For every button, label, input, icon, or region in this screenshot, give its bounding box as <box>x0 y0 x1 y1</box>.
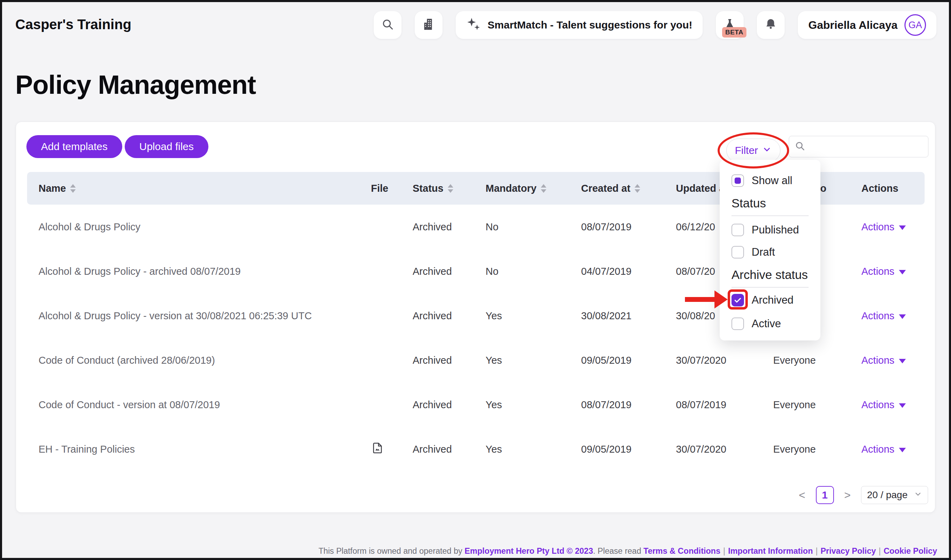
user-name: Gabriella Alicaya <box>808 19 897 32</box>
footer-link-important-information[interactable]: Important Information <box>728 546 813 555</box>
chevron-down-icon <box>762 145 772 157</box>
status-cell: Archived <box>412 444 486 455</box>
profile-menu[interactable]: Gabriella Alicaya GA <box>798 11 936 39</box>
page-size-select[interactable]: 20 / page <box>861 486 928 504</box>
caret-down-icon <box>899 403 906 408</box>
show-all-checkbox[interactable] <box>731 174 744 187</box>
sparkles-icon <box>466 17 481 34</box>
filter-button-label: Filter <box>735 145 758 156</box>
caret-down-icon <box>899 270 906 274</box>
published-checkbox[interactable] <box>731 224 744 236</box>
draft-checkbox[interactable] <box>731 246 744 258</box>
search-button[interactable] <box>374 11 402 39</box>
labs-beta-button[interactable]: BETA <box>716 11 744 39</box>
bell-icon <box>765 18 777 32</box>
created-at-cell: 08/07/2019 <box>581 221 676 233</box>
caret-down-icon <box>899 359 906 363</box>
filter-section-status: Status <box>720 192 820 215</box>
mandatory-cell: No <box>486 221 581 233</box>
search-icon <box>795 141 805 152</box>
table-search <box>789 136 928 157</box>
upload-files-button[interactable]: Upload files <box>125 135 208 158</box>
actions-button[interactable]: Actions <box>862 444 925 455</box>
created-at-cell: 09/05/2019 <box>581 355 676 366</box>
footer-link-terms[interactable]: Terms & Conditions <box>643 546 721 555</box>
beta-badge: BETA <box>722 27 746 37</box>
page-title: Policy Management <box>15 69 256 100</box>
app-title: Casper's Training <box>15 17 131 32</box>
info-cell: Everyone <box>773 444 862 455</box>
file-document-icon <box>371 442 383 457</box>
created-at-cell: 08/07/2019 <box>581 399 676 411</box>
policy-name: Code of Conduct - version at 08/07/2019 <box>27 399 371 411</box>
policy-name: Alcohol & Drugs Policy <box>27 221 371 233</box>
filter-button[interactable]: Filter <box>726 138 780 162</box>
updated-at-cell: 30/07/2020 <box>676 355 773 366</box>
footer: This Platform is owned and operated by E… <box>319 546 937 556</box>
actions-button[interactable]: Actions <box>862 399 925 411</box>
actions-button[interactable]: Actions <box>862 221 925 233</box>
column-header-file: File <box>371 183 412 194</box>
divider <box>731 215 809 216</box>
avatar: GA <box>905 14 926 36</box>
previous-page-button[interactable]: < <box>797 489 807 502</box>
page-number-button[interactable]: 1 <box>816 486 834 504</box>
policy-name: Alcohol & Drugs Policy - archived 08/07/… <box>27 266 371 277</box>
column-header-created-at[interactable]: Created at <box>581 183 676 194</box>
footer-link-company[interactable]: Employment Hero Pty Ltd © 2023 <box>465 546 593 555</box>
filter-option-published[interactable]: Published <box>720 219 820 241</box>
status-cell: Archived <box>412 355 486 366</box>
filter-dropdown: Show all Status Published Draft Archive … <box>720 160 820 340</box>
sort-icon <box>635 184 640 193</box>
mandatory-cell: No <box>486 266 581 277</box>
updated-at-cell: 30/07/2020 <box>676 444 773 455</box>
footer-link-cookie-policy[interactable]: Cookie Policy <box>883 546 937 555</box>
footer-separator: | <box>816 546 818 555</box>
actions-button[interactable]: Actions <box>862 310 925 322</box>
archived-checkbox[interactable] <box>731 294 744 306</box>
smartmatch-banner[interactable]: SmartMatch - Talent suggestions for you! <box>456 11 703 39</box>
column-header-name[interactable]: Name <box>27 183 371 194</box>
policy-name: Alcohol & Drugs Policy - version at 30/0… <box>27 310 371 322</box>
filter-option-show-all[interactable]: Show all <box>720 169 820 192</box>
search-icon <box>382 18 394 32</box>
created-at-cell: 09/05/2019 <box>581 444 676 455</box>
active-checkbox[interactable] <box>731 317 744 330</box>
policy-name: EH - Training Policies <box>27 444 371 455</box>
topbar-actions: SmartMatch - Talent suggestions for you!… <box>374 11 936 39</box>
column-header-actions: Actions <box>862 183 925 194</box>
created-at-cell: 30/08/2021 <box>581 310 676 322</box>
caret-down-icon <box>899 225 906 230</box>
filter-option-active[interactable]: Active <box>720 313 820 335</box>
actions-button[interactable]: Actions <box>862 355 925 366</box>
status-cell: Archived <box>412 310 486 322</box>
add-templates-button[interactable]: Add templates <box>26 135 122 158</box>
actions-button[interactable]: Actions <box>862 266 925 277</box>
caret-down-icon <box>899 314 906 319</box>
filter-section-archive-status: Archive status <box>720 263 820 286</box>
notifications-button[interactable] <box>757 11 785 39</box>
filter-option-draft[interactable]: Draft <box>720 241 820 263</box>
organisation-button[interactable] <box>415 11 443 39</box>
sort-icon <box>541 184 546 193</box>
next-page-button[interactable]: > <box>843 489 853 502</box>
footer-separator: | <box>879 546 881 555</box>
footer-text: This Platform is owned and operated by <box>319 546 465 555</box>
footer-separator: | <box>723 546 725 555</box>
table-row: Code of Conduct (archived 28/06/2019) Ar… <box>27 338 925 383</box>
column-header-mandatory[interactable]: Mandatory <box>486 183 581 194</box>
footer-link-privacy-policy[interactable]: Privacy Policy <box>820 546 876 555</box>
table-row: EH - Training Policies Archived Yes 09/0… <box>27 427 925 471</box>
column-header-status[interactable]: Status <box>412 183 486 194</box>
info-cell: Everyone <box>773 355 862 366</box>
status-cell: Archived <box>412 266 486 277</box>
status-cell: Archived <box>412 399 486 411</box>
mandatory-cell: Yes <box>486 444 581 455</box>
filter-option-archived[interactable]: Archived <box>720 288 820 313</box>
updated-at-cell: 08/07/2019 <box>676 399 773 411</box>
search-input[interactable] <box>810 141 936 152</box>
created-at-cell: 04/07/2019 <box>581 266 676 277</box>
pagination: < 1 > 20 / page <box>797 486 928 504</box>
policy-name: Code of Conduct (archived 28/06/2019) <box>27 355 371 366</box>
mandatory-cell: Yes <box>486 399 581 411</box>
